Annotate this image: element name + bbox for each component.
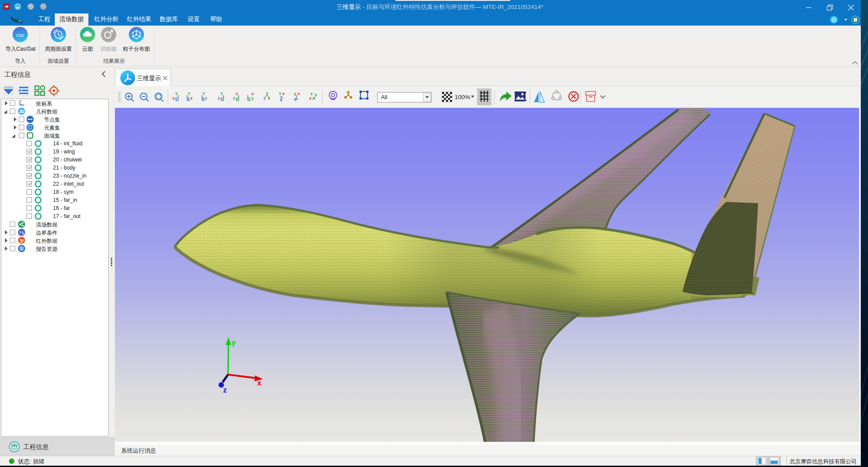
svg-text:z: z: [188, 96, 190, 100]
svg-text:x: x: [309, 96, 311, 100]
svg-text:Y: Y: [220, 92, 223, 96]
svg-text:z: z: [223, 386, 227, 394]
svg-text:x: x: [172, 96, 175, 100]
svg-text:x: x: [23, 104, 25, 106]
svg-text:y: y: [315, 92, 317, 97]
svg-text:Y: Y: [188, 92, 190, 96]
svg-text:Y: Y: [266, 92, 268, 96]
svg-text:z: z: [205, 96, 207, 100]
svg-text:z: z: [294, 97, 296, 101]
svg-text:z: z: [21, 103, 22, 105]
svg-text:x: x: [257, 379, 262, 387]
svg-text:x: x: [236, 92, 238, 96]
svg-text:z: z: [280, 97, 282, 102]
svg-text:y: y: [294, 92, 296, 96]
svg-text:100%: 100%: [455, 94, 470, 100]
svg-text:x: x: [190, 96, 193, 100]
svg-text:x: x: [202, 96, 205, 100]
svg-text:z: z: [248, 96, 250, 100]
svg-text:x: x: [282, 92, 285, 96]
svg-text:y: y: [232, 338, 236, 347]
svg-text:Y: Y: [20, 100, 22, 102]
svg-text:z: z: [311, 92, 313, 96]
svg-text:Y: Y: [175, 92, 178, 96]
svg-text:z: z: [175, 96, 177, 100]
svg-text:x: x: [298, 92, 300, 96]
svg-text:All: All: [381, 94, 387, 100]
svg-text:z: z: [218, 96, 220, 100]
svg-text:x: x: [251, 92, 254, 96]
svg-text:y: y: [251, 96, 254, 100]
svg-text:z: z: [233, 96, 235, 100]
svg-text:y: y: [236, 96, 238, 100]
svg-text:Y: Y: [202, 92, 205, 96]
svg-text:x: x: [268, 96, 270, 100]
svg-text:Y: Y: [279, 92, 281, 96]
svg-text:x: x: [220, 96, 223, 100]
svg-text:cas: cas: [16, 31, 24, 38]
